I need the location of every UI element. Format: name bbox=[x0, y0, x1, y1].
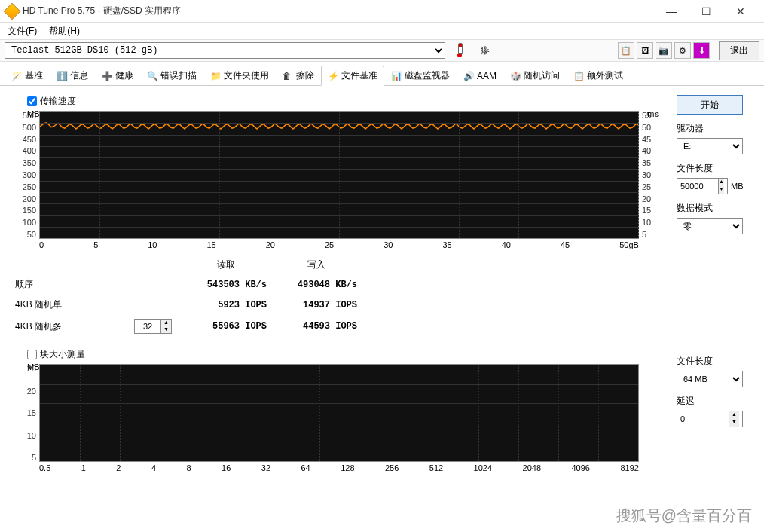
toolbar: Teclast 512GB DS10 (512 gB) 一 瘮 📋 🖼 📷 ⚙ … bbox=[0, 39, 764, 62]
save-icon[interactable]: ⬇ bbox=[693, 42, 710, 59]
block-checkbox[interactable] bbox=[27, 350, 37, 359]
magnify-icon: 🔍 bbox=[147, 71, 157, 81]
tab-extra[interactable]: 📋额外测试 bbox=[567, 66, 630, 86]
checkbox-transfer-speed[interactable]: 传输速度 bbox=[27, 95, 662, 108]
block-chart: MB/s 读取 写入 252015105 0.51248163264128256… bbox=[12, 364, 662, 472]
tab-info[interactable]: ℹ️信息 bbox=[50, 66, 95, 86]
exit-button[interactable]: 退出 bbox=[719, 41, 759, 60]
menu-file[interactable]: 文件(F) bbox=[3, 23, 41, 39]
health-icon: ➕ bbox=[102, 71, 112, 81]
maximize-button[interactable]: ☐ bbox=[689, 0, 723, 23]
info-icon: ℹ️ bbox=[57, 71, 67, 81]
datamode-select[interactable]: 零 bbox=[677, 218, 743, 234]
x-axis-block: 0.512481632641282565121024204840968192 bbox=[39, 462, 639, 472]
temperature-display: 一 瘮 bbox=[454, 44, 490, 57]
table-row: 顺序 543503 KB/s 493048 KB/s bbox=[12, 274, 362, 295]
menubar: 文件(F) 帮助(H) bbox=[0, 23, 764, 39]
temp-value: 一 瘮 bbox=[469, 44, 490, 57]
tab-aam[interactable]: 🔊AAM bbox=[457, 66, 503, 86]
y-axis-right: 555045403530252015105 bbox=[639, 111, 662, 239]
tab-erase[interactable]: 🗑擦除 bbox=[276, 66, 321, 86]
queue-depth-spinner[interactable]: ▲▼ bbox=[134, 319, 172, 334]
random-icon: 🎲 bbox=[510, 71, 521, 81]
speaker-icon: 🔊 bbox=[463, 71, 474, 81]
side-panel: 开始 驱动器 E: 文件长度 ▲▼ MB 数据模式 零 文件长度 64 MB 延… bbox=[677, 95, 752, 477]
tab-diskmon[interactable]: 📊磁盘监视器 bbox=[384, 66, 457, 86]
tab-folder[interactable]: 📁文件夹使用 bbox=[203, 66, 276, 86]
x-axis-transfer: 05101520253035404550gB bbox=[39, 239, 639, 249]
drive-select[interactable]: Teclast 512GB DS10 (512 gB) bbox=[5, 42, 445, 59]
y-axis-2: 252015105 bbox=[12, 364, 39, 462]
transfer-checkbox[interactable] bbox=[27, 96, 37, 106]
copy-icon[interactable]: 📋 bbox=[618, 42, 634, 59]
driver-select[interactable]: E: bbox=[677, 138, 743, 154]
plot-area-transfer bbox=[39, 111, 639, 239]
tab-health[interactable]: ➕健康 bbox=[95, 66, 140, 86]
bolt-icon: ⚡ bbox=[328, 71, 338, 81]
tab-random[interactable]: 🎲随机访问 bbox=[503, 66, 567, 86]
monitor-icon: 📊 bbox=[391, 71, 402, 81]
minimize-button[interactable]: — bbox=[654, 0, 689, 23]
window-title: HD Tune Pro 5.75 - 硬盘/SSD 实用程序 bbox=[23, 5, 654, 17]
table-row: 4KB 随机单 5923 IOPS 14937 IOPS bbox=[12, 295, 362, 315]
menu-help[interactable]: 帮助(H) bbox=[44, 23, 84, 39]
settings-icon[interactable]: ⚙ bbox=[674, 42, 691, 59]
driver-label: 驱动器 bbox=[677, 122, 752, 135]
camera-icon[interactable]: 📷 bbox=[656, 42, 672, 59]
app-icon bbox=[4, 2, 21, 20]
tab-filebench[interactable]: ⚡文件基准 bbox=[321, 66, 384, 86]
wand-icon: 🪄 bbox=[11, 71, 22, 81]
table-row: 4KB 随机多 ▲▼ 55963 IOPS 44593 IOPS bbox=[12, 315, 362, 338]
delay-label: 延迟 bbox=[677, 395, 752, 408]
titlebar: HD Tune Pro 5.75 - 硬盘/SSD 实用程序 — ☐ ✕ bbox=[0, 0, 764, 23]
y-axis-right-label: ms bbox=[647, 109, 659, 118]
tab-benchmark[interactable]: 🪄基准 bbox=[5, 66, 50, 86]
checkbox-block-size[interactable]: 块大小测量 bbox=[27, 348, 662, 361]
tabbar: 🪄基准 ℹ️信息 ➕健康 🔍错误扫描 📁文件夹使用 🗑擦除 ⚡文件基准 📊磁盘监… bbox=[0, 62, 764, 86]
screenshot-icon[interactable]: 🖼 bbox=[637, 42, 653, 59]
transfer-chart: MB/s ms 55050045040035030025020015010050… bbox=[12, 111, 662, 249]
tab-errorscan[interactable]: 🔍错误扫描 bbox=[140, 66, 203, 86]
filelen2-select[interactable]: 64 MB bbox=[677, 371, 743, 387]
y-axis-left: 55050045040035030025020015010050 bbox=[12, 111, 39, 239]
close-button[interactable]: ✕ bbox=[723, 0, 758, 23]
extra-icon: 📋 bbox=[573, 71, 584, 81]
results-table: 读取写入 顺序 543503 KB/s 493048 KB/s 4KB 随机单 … bbox=[12, 255, 662, 338]
filelen2-label: 文件长度 bbox=[677, 355, 752, 368]
start-button[interactable]: 开始 bbox=[677, 95, 743, 115]
thermometer-icon bbox=[454, 44, 465, 57]
folder-icon: 📁 bbox=[210, 71, 221, 81]
filelen-label: 文件长度 bbox=[677, 162, 752, 175]
delay-input[interactable]: ▲▼ bbox=[677, 411, 743, 427]
erase-icon: 🗑 bbox=[283, 71, 293, 81]
filelen-input[interactable]: ▲▼ bbox=[677, 178, 728, 194]
watermark: 搜狐号@含量百分百 bbox=[616, 506, 752, 526]
plot-area-block bbox=[39, 364, 639, 462]
datamode-label: 数据模式 bbox=[677, 202, 752, 215]
